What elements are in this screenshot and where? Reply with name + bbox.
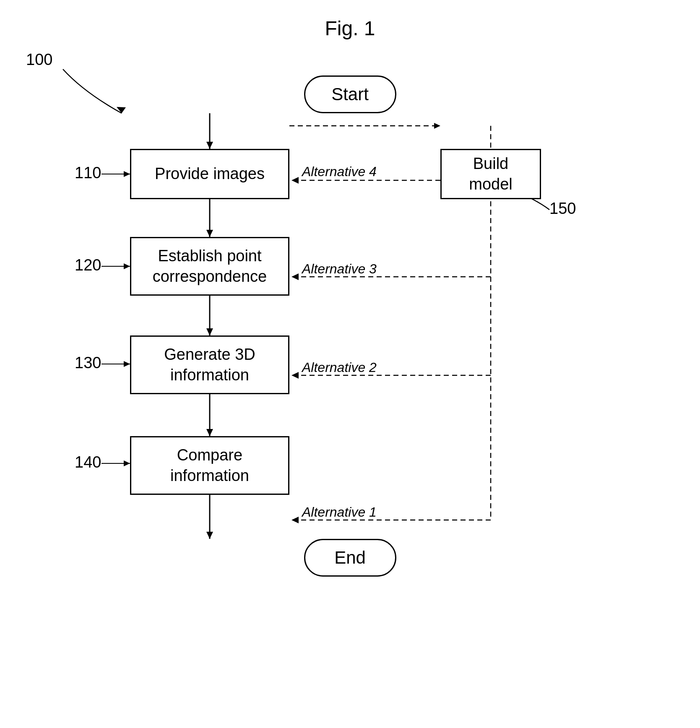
step-generate-3d-label: Generate 3Dinformation bbox=[164, 344, 255, 386]
svg-text:Alternative 2: Alternative 2 bbox=[301, 360, 377, 375]
svg-text:140: 140 bbox=[75, 453, 101, 471]
step-build-model: Buildmodel bbox=[440, 149, 541, 199]
svg-text:120: 120 bbox=[75, 256, 101, 274]
svg-marker-17 bbox=[291, 372, 299, 379]
end-label: End bbox=[334, 548, 366, 568]
svg-marker-12 bbox=[291, 273, 299, 280]
svg-marker-30 bbox=[124, 263, 130, 269]
svg-marker-15 bbox=[206, 328, 213, 335]
svg-marker-28 bbox=[124, 171, 130, 177]
svg-text:130: 130 bbox=[75, 354, 101, 372]
svg-marker-4 bbox=[434, 123, 440, 129]
svg-text:Alternative 4: Alternative 4 bbox=[301, 164, 377, 179]
svg-text:Alternative 1: Alternative 1 bbox=[301, 504, 377, 520]
start-node: Start bbox=[304, 75, 396, 113]
svg-marker-2 bbox=[206, 142, 213, 149]
svg-text:110: 110 bbox=[75, 164, 101, 182]
step-compare-information-label: Compareinformation bbox=[170, 445, 249, 486]
label-100-text: 100 bbox=[26, 51, 52, 68]
label-150-text: 150 bbox=[549, 200, 576, 217]
end-node: End bbox=[304, 539, 396, 577]
svg-text:Alternative 3: Alternative 3 bbox=[301, 261, 377, 276]
svg-marker-20 bbox=[206, 429, 213, 436]
step-establish-correspondence: Establish pointcorrespondence bbox=[130, 237, 289, 296]
step-provide-images-label: Provide images bbox=[155, 164, 265, 184]
svg-marker-10 bbox=[206, 230, 213, 237]
step-build-model-label: Buildmodel bbox=[469, 153, 513, 195]
step-provide-images: Provide images bbox=[130, 149, 289, 199]
step-establish-correspondence-label: Establish pointcorrespondence bbox=[153, 246, 267, 287]
svg-marker-0 bbox=[117, 107, 126, 113]
diagram-container: Fig. 1 100 Alternative 4 Alternative 3 bbox=[0, 0, 700, 728]
svg-marker-34 bbox=[124, 460, 130, 466]
svg-marker-32 bbox=[124, 361, 130, 367]
step-generate-3d: Generate 3Dinformation bbox=[130, 335, 289, 394]
svg-marker-7 bbox=[291, 177, 299, 184]
svg-marker-25 bbox=[206, 532, 213, 539]
figure-title: Fig. 1 bbox=[325, 17, 375, 40]
step-compare-information: Compareinformation bbox=[130, 436, 289, 495]
start-label: Start bbox=[331, 84, 369, 104]
svg-marker-22 bbox=[291, 517, 299, 523]
